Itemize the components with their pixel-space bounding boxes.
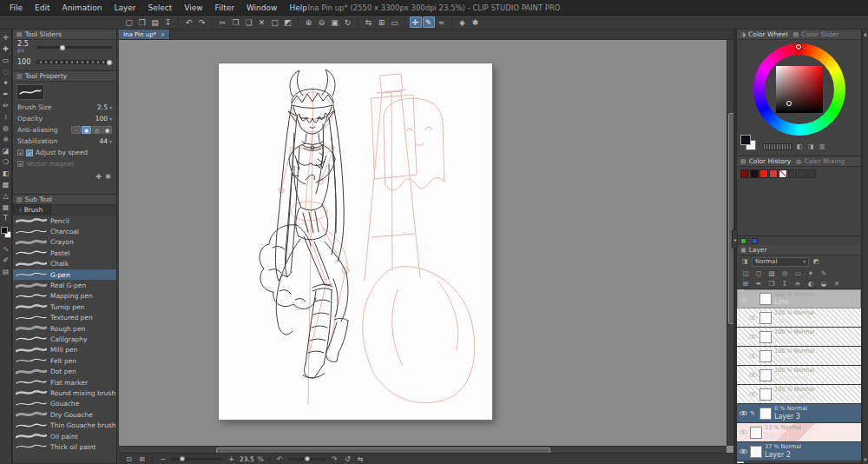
anti-aliasing-none-button[interactable]: ◦ — [71, 126, 81, 134]
color-mode-icon[interactable]: ◨ — [806, 143, 815, 151]
close-icon[interactable]: ✕ — [161, 31, 165, 37]
layer-row[interactable]: ✎ ▾ ✓ 0 % Normal Layer 3 — [737, 404, 861, 423]
delete-layer-icon[interactable]: ✕ — [832, 279, 842, 288]
zoom-out-button[interactable]: − — [158, 455, 168, 463]
sub-tool-item[interactable]: Flat marker — [13, 377, 116, 388]
canvas-horizontal-scrollbar[interactable] — [119, 446, 727, 453]
chevron-down-icon[interactable]: ▾ — [109, 116, 112, 122]
sub-tool-item[interactable]: Milli pen — [13, 345, 116, 355]
color-wheel-widget[interactable] — [737, 40, 861, 143]
redo-icon[interactable]: ↷ — [196, 17, 208, 28]
folder-expander-icon[interactable]: ▾ — [751, 296, 757, 302]
visibility-eye-icon[interactable] — [740, 295, 748, 303]
sub-tool-item[interactable]: Rough pen — [13, 323, 116, 334]
sub-tool-item[interactable]: Charcoal — [13, 226, 116, 236]
menu-item[interactable]: Layer — [108, 2, 141, 14]
enable-mask-icon[interactable]: ◎ — [779, 268, 790, 278]
tab-color-mixing[interactable]: ◍ Color Mixing — [796, 157, 845, 165]
brush-tool-icon[interactable]: ≀ — [1, 111, 11, 123]
scroll-up-arrow-icon[interactable]: ▲ — [864, 31, 867, 36]
adjust-by-speed-checkbox[interactable]: ✓ — [26, 149, 33, 156]
visibility-eye-icon[interactable] — [749, 390, 757, 398]
layer-thumbnail[interactable] — [760, 369, 772, 381]
menu-item[interactable]: Animation — [56, 2, 108, 14]
layer-thumbnail[interactable] — [750, 427, 762, 439]
layer-thumbnail[interactable] — [760, 388, 772, 401]
chevron-down-icon[interactable]: ▾ — [109, 104, 112, 110]
anti-aliasing-strong-button[interactable]: ● — [102, 126, 112, 134]
brush-size-slider[interactable] — [36, 46, 112, 49]
ruler-icon[interactable]: ▭ — [389, 17, 401, 28]
adjust-by-speed-row[interactable]: + ✓ Adjust by speed — [13, 147, 116, 158]
sub-tool-item[interactable]: Round mixing brush — [13, 388, 116, 398]
new-file-icon[interactable]: ▢ — [123, 17, 135, 28]
text-tool-icon[interactable]: T — [1, 213, 11, 224]
anti-aliasing-weak-button[interactable]: ◉ — [82, 126, 91, 134]
visibility-eye-icon[interactable] — [740, 447, 747, 455]
undo-icon[interactable]: ↶ — [183, 17, 195, 28]
merge-down-icon[interactable]: ≡ — [792, 279, 803, 288]
new-layer-icon[interactable]: ⊞ — [740, 279, 751, 288]
visibility-eye-icon[interactable] — [749, 371, 757, 379]
sub-tool-item[interactable]: Dry Gouache — [13, 409, 116, 420]
layer-thumbnail[interactable] — [760, 312, 772, 324]
separator[interactable] — [210, 17, 214, 28]
opacity-slider-thumb[interactable] — [107, 59, 113, 65]
scroll-down-arrow-icon[interactable]: ▼ — [864, 457, 867, 462]
opacity-property-value[interactable]: 100 — [95, 115, 108, 123]
airbrush-tool-icon[interactable]: ◍ — [1, 123, 11, 134]
brush-size-property-row[interactable]: Brush Size 2.5 ▾ — [13, 102, 116, 113]
sub-tool-item[interactable]: Calligraphy — [13, 334, 116, 344]
hue-ring[interactable] — [753, 43, 845, 136]
set-as-reference-icon[interactable]: ✦ — [806, 268, 816, 278]
sv-marker[interactable] — [786, 101, 792, 106]
line-correction-tool-icon[interactable]: ∿ — [1, 243, 11, 255]
layer-row[interactable]: ✎ ▾ ✓ 37 % Normal Layer 2 — [737, 442, 861, 461]
sub-tool-item[interactable]: Chalk — [13, 259, 116, 269]
history-swatch-empty[interactable] — [788, 169, 797, 178]
ruler-range-icon[interactable]: ▭ — [792, 268, 803, 278]
sub-tool-item[interactable]: Crayon — [13, 237, 116, 248]
copy-icon[interactable]: ❐ — [230, 17, 242, 28]
separator[interactable] — [356, 17, 360, 28]
brush-size-slider-thumb[interactable] — [59, 44, 65, 50]
history-swatch-empty[interactable] — [798, 169, 806, 178]
history-swatch-red-2[interactable] — [769, 169, 778, 178]
zoom-slider[interactable] — [171, 458, 223, 461]
tool-property-header[interactable]: ▥ Tool Property — [13, 71, 116, 82]
actual-size-icon[interactable]: ⊞ — [137, 455, 147, 463]
sub-tool-item[interactable]: Dot pen — [13, 366, 116, 376]
sub-tool-item[interactable]: Mapping pen — [13, 291, 116, 302]
sub-tool-item[interactable]: Pencil — [13, 215, 116, 226]
zoom-in-icon[interactable]: ⊕ — [303, 17, 315, 28]
layer-thumbnail[interactable] — [750, 446, 762, 458]
fit-to-screen-icon[interactable]: ▣ — [329, 17, 341, 28]
visibility-eye-icon[interactable] — [749, 333, 757, 341]
color-mode-icon[interactable]: ◧ — [795, 143, 804, 151]
brush-size-property-value[interactable]: 2.5 — [97, 103, 108, 111]
rotation-slider[interactable] — [288, 458, 326, 461]
auto-select-tool-icon[interactable]: ✦ — [1, 77, 11, 89]
fit-to-screen-icon[interactable]: ⊡ — [124, 455, 134, 463]
layer-row[interactable]: ✎ ▾ ✓ 13 % Normal Layer 1 — [737, 423, 861, 442]
expander-icon[interactable]: + — [17, 149, 23, 156]
visibility-eye-icon[interactable] — [749, 314, 757, 321]
history-swatch-red[interactable] — [760, 169, 768, 178]
pen-tool-icon[interactable]: ✒ — [1, 89, 11, 100]
advanced-settings-icon[interactable]: ✱ — [105, 173, 111, 181]
move-layer-tool-icon[interactable]: ✚ — [1, 43, 11, 55]
fill-tool-icon[interactable]: ◧ — [1, 168, 11, 179]
add-setting-icon[interactable]: ✚ — [96, 173, 102, 181]
zoom-out-icon[interactable]: ⊖ — [316, 17, 328, 28]
export-icon[interactable]: ↧ — [162, 17, 174, 28]
layer-row[interactable]: ✎ ▾ ✓ 100 % Normal Line — [737, 289, 861, 308]
paste-icon[interactable]: ❏ — [243, 17, 255, 28]
snap-to-grid-icon[interactable]: ≈ — [436, 17, 448, 28]
saturation-value-square[interactable] — [776, 66, 823, 113]
sub-tool-tab-brush[interactable]: ≀ Brush — [13, 204, 51, 215]
visibility-eye-icon[interactable] — [740, 409, 747, 417]
tab-color-history[interactable]: ▤ Color History — [740, 157, 791, 165]
tab-color-slider[interactable]: ▤ Color Slider — [793, 30, 839, 38]
reset-view-button[interactable]: ↺ — [343, 455, 352, 463]
deselect-icon[interactable]: □ — [269, 17, 281, 28]
